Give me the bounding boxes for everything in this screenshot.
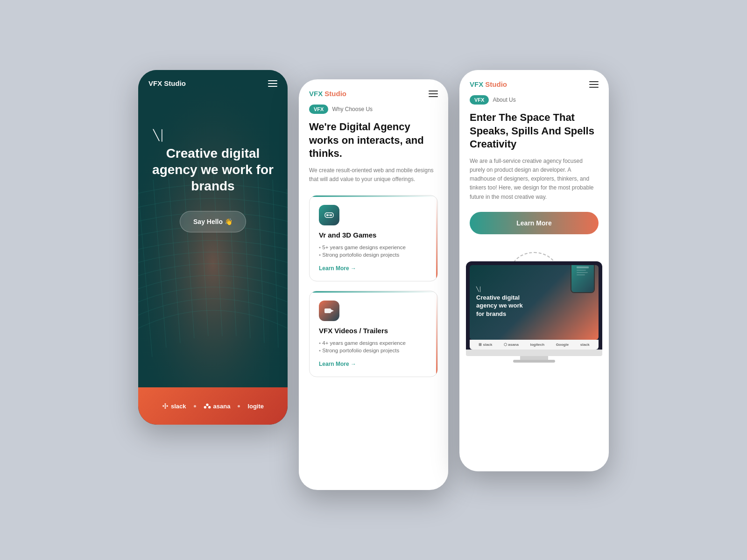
logo-vfx-3: VFX xyxy=(470,80,483,88)
laptop-screen: ╲│ Creative digital agency we work for b… xyxy=(470,265,599,340)
about-badge: VFX About Us xyxy=(470,95,516,105)
vfx-learn-more[interactable]: Learn More → xyxy=(319,361,428,367)
svg-rect-28 xyxy=(577,270,586,271)
phone2-logo: VFX Studio xyxy=(309,90,346,98)
phone-services: VFX Studio VFX Why Choose Us We're Digit… xyxy=(299,79,448,490)
phone3-content: VFX About Us Enter The Space That Speaks… xyxy=(459,95,609,363)
svg-rect-27 xyxy=(577,266,589,268)
say-hello-button[interactable]: Say Hello 👋 xyxy=(180,211,246,232)
laptop-brand-asana: ⬡ asana xyxy=(504,343,519,347)
phone2-headline: We're Digital Agency works on interacts,… xyxy=(309,120,438,161)
svg-rect-13 xyxy=(162,406,164,407)
dot-separator-2 xyxy=(238,405,240,407)
svg-point-20 xyxy=(208,406,211,408)
phones-showcase: VFX Studio ╲│ Creative digital agency we… xyxy=(138,70,609,490)
laptop-brand-slack: ⊞ slack xyxy=(479,343,492,347)
laptop-base xyxy=(466,350,602,356)
phone1-logo: VFX Studio xyxy=(148,79,186,87)
phone3-description: We are a full-service creative agency fo… xyxy=(470,157,599,202)
logitech-logo: logite xyxy=(247,403,264,410)
svg-point-19 xyxy=(204,406,206,408)
laptop-mockup: ╲│ Creative digital agency we work for b… xyxy=(466,261,602,363)
laptop-mockup-wrapper: ╲│ Creative digital agency we work for b… xyxy=(470,261,599,363)
laptop-screen-text: Creative digital agency we work for bran… xyxy=(476,294,592,318)
phone1-brands-bar: slack asana logite xyxy=(138,387,288,425)
svg-rect-17 xyxy=(165,407,166,409)
svg-point-22 xyxy=(326,214,328,216)
slack-logo: slack xyxy=(162,403,186,410)
phone3-headline: Enter The Space That Speaks, Spills And … xyxy=(470,111,599,151)
phone1-headline: Creative digital agency we work for bran… xyxy=(148,145,277,194)
logo-studio: Studio xyxy=(323,90,346,98)
phone2-header: VFX Studio xyxy=(299,79,448,105)
vr-icon xyxy=(319,205,339,225)
laptop-brands-bar: ⊞ slack ⬡ asana logitech Google slack xyxy=(470,340,599,350)
phone3-header: VFX Studio xyxy=(459,70,609,95)
phone2-description: We create result-oriented web and mobile… xyxy=(309,166,438,184)
hamburger-menu-icon-2[interactable] xyxy=(429,91,438,97)
about-vfx-pill: VFX xyxy=(470,95,489,105)
about-badge-text: About Us xyxy=(493,97,515,103)
vfx-list-item-1: 4+ years game designs experience xyxy=(319,339,428,347)
sparkle-decoration: ╲│ xyxy=(148,129,277,141)
laptop-brand-slack2: slack xyxy=(580,343,590,347)
svg-rect-14 xyxy=(165,403,166,405)
asana-logo: asana xyxy=(204,403,231,410)
svg-rect-15 xyxy=(165,406,166,407)
phone-about: VFX Studio VFX About Us Enter The Space … xyxy=(459,70,609,471)
badge-text: Why Choose Us xyxy=(332,106,373,112)
phone3-logo: VFX Studio xyxy=(470,80,507,89)
laptop-body: ╲│ Creative digital agency we work for b… xyxy=(466,261,602,350)
svg-rect-29 xyxy=(577,272,588,273)
phone1-header: VFX Studio xyxy=(138,70,288,92)
why-choose-badge: VFX Why Choose Us xyxy=(309,105,373,114)
phone2-content: VFX Why Choose Us We're Digital Agency w… xyxy=(299,105,448,377)
vr-list: 5+ years game designs experience Strong … xyxy=(319,244,428,259)
laptop-brand-google: Google xyxy=(556,343,569,347)
logo-studio-3: Studio xyxy=(483,80,507,88)
vfx-pill: VFX xyxy=(309,105,328,114)
learn-more-button[interactable]: Learn More xyxy=(470,212,599,234)
vr-list-item-2: Strong portofolio design projects xyxy=(319,251,428,259)
phone1-content: ╲│ Creative digital agency we work for b… xyxy=(138,92,288,232)
vfx-list: 4+ years game designs experience Strong … xyxy=(319,339,428,354)
laptop-stand xyxy=(520,356,548,360)
vr-list-item-1: 5+ years game designs experience xyxy=(319,244,428,251)
svg-rect-16 xyxy=(167,406,168,407)
laptop-brand-logitech: logitech xyxy=(530,343,544,347)
vr-learn-more[interactable]: Learn More → xyxy=(319,265,428,272)
service-card-vr: Vr and 3D Games 5+ years game designs ex… xyxy=(309,195,438,281)
svg-point-23 xyxy=(330,214,332,216)
svg-point-18 xyxy=(206,404,208,406)
hamburger-menu-icon[interactable] xyxy=(268,80,277,87)
logo-vfx: VFX xyxy=(309,90,323,98)
vr-title: Vr and 3D Games xyxy=(319,231,428,239)
phone-hero: VFX Studio ╲│ Creative digital agency we… xyxy=(138,70,288,425)
phone-on-laptop xyxy=(571,265,595,293)
hamburger-menu-icon-3[interactable] xyxy=(589,81,599,88)
dot-separator xyxy=(194,405,196,407)
phone-mini-screen xyxy=(571,265,594,292)
svg-rect-25 xyxy=(324,308,331,313)
laptop-foot xyxy=(513,360,555,363)
vfx-list-item-2: Strong portofolio design projects xyxy=(319,347,428,354)
svg-rect-30 xyxy=(577,274,585,275)
video-icon xyxy=(319,301,339,321)
vfx-title: VFX Videos / Trailers xyxy=(319,327,428,335)
service-card-vfx: VFX Videos / Trailers 4+ years game desi… xyxy=(309,291,438,377)
svg-marker-26 xyxy=(331,309,334,312)
